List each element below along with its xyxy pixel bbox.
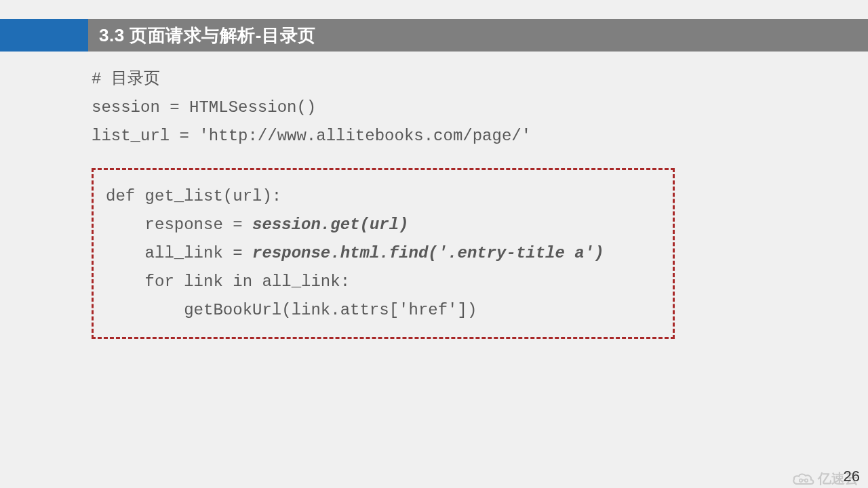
svg-point-1 (805, 479, 808, 481)
code-emphasis: session.get(url) (252, 216, 408, 234)
slide-title: 3.3 页面请求与解析-目录页 (88, 19, 868, 52)
slide-header: 3.3 页面请求与解析-目录页 (0, 19, 868, 52)
code-text: all_link = (106, 244, 252, 262)
code-line-session: session = HTMLSession() (92, 94, 814, 122)
page-number: 26 (844, 468, 860, 485)
code-emphasis: response.html.find('.entry-title a') (252, 244, 604, 262)
svg-point-0 (800, 479, 802, 481)
code-line-for: for link in all_link: (106, 268, 656, 296)
cloud-icon (792, 472, 815, 487)
code-line-listurl: list_url = 'http://www.allitebooks.com/p… (92, 122, 814, 150)
code-line-alllink: all_link = response.html.find('.entry-ti… (106, 239, 656, 268)
code-line-response: response = session.get(url) (106, 211, 656, 239)
code-line-comment: # 目录页 (92, 65, 814, 94)
code-line-def: def get_list(url): (106, 182, 656, 211)
slide-content: # 目录页 session = HTMLSession() list_url =… (92, 65, 814, 339)
code-text: response = (106, 216, 252, 234)
highlighted-code-box: def get_list(url): response = session.ge… (92, 168, 675, 339)
code-line-getbook: getBookUrl(link.attrs['href']) (106, 296, 656, 325)
accent-block (0, 19, 88, 52)
